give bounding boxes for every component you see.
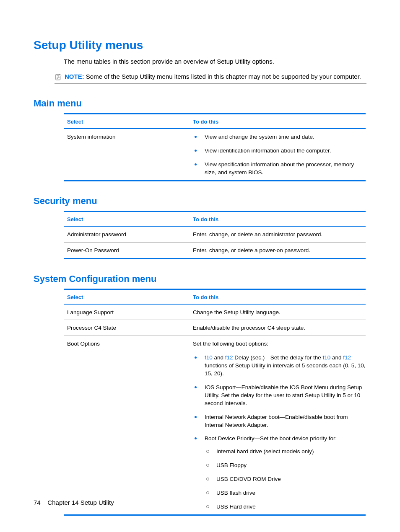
- table-header-select: Select: [64, 216, 193, 222]
- text-frag: and: [330, 354, 343, 361]
- list-item: View identification information about th…: [193, 147, 366, 155]
- cell-select: Power-On Password: [64, 247, 193, 255]
- page-title: Setup Utility menus: [34, 39, 366, 52]
- security-menu-table: Select To do this Administrator password…: [64, 211, 366, 259]
- page-footer: 74 Chapter 14 Setup Utility: [34, 499, 114, 506]
- sysconf-menu-table: Select To do this Language Support Chang…: [64, 289, 366, 516]
- note-icon: [55, 73, 62, 81]
- table-row: Administrator password Enter, change, or…: [64, 227, 366, 242]
- table-header-select: Select: [64, 294, 193, 300]
- cell-todo: Enter, change, or delete an administrato…: [193, 231, 366, 239]
- sub-list-item: USB CD/DVD ROM Drive: [205, 475, 366, 483]
- cell-select: Processor C4 State: [64, 324, 193, 332]
- cell-select: Boot Options: [64, 340, 193, 511]
- text-frag: functions of Setup Utility in intervals …: [205, 362, 365, 377]
- sub-list-item: USB Hard drive: [205, 503, 366, 511]
- list-item: IOS Support—Enable/disable the IOS Boot …: [193, 384, 366, 408]
- cell-todo: Enable/disable the processor C4 sleep st…: [193, 324, 366, 332]
- table-header-todo: To do this: [193, 294, 366, 300]
- fkey-f10: f10: [205, 354, 213, 361]
- cell-select: System information: [64, 133, 193, 177]
- table-row: Boot Options Set the following boot opti…: [64, 336, 366, 514]
- fkey-f12: f12: [225, 354, 233, 361]
- note-block: NOTE: Some of the Setup Utility menu ite…: [55, 72, 366, 84]
- fkey-f10: f10: [322, 354, 330, 361]
- cell-todo: Enter, change, or delete a power-on pass…: [193, 247, 366, 255]
- table-header-todo: To do this: [193, 216, 366, 222]
- main-menu-table: Select To do this System information Vie…: [64, 113, 366, 181]
- note-label: NOTE:: [65, 73, 84, 80]
- cell-select: Administrator password: [64, 231, 193, 239]
- list-item: View specification information about the…: [193, 161, 366, 177]
- intro-text: The menu tables in this section provide …: [64, 58, 366, 65]
- text-frag: Boot Device Priority—Set the boot device…: [205, 435, 337, 442]
- main-menu-heading: Main menu: [34, 98, 366, 109]
- page-number: 74: [34, 499, 41, 506]
- table-row: System information View and change the s…: [64, 129, 366, 180]
- chapter-label: Chapter 14 Setup Utility: [47, 499, 114, 506]
- fkey-f12: f12: [343, 354, 351, 361]
- cell-select: Language Support: [64, 309, 193, 317]
- sub-list-item: Internal hard drive (select models only): [205, 448, 366, 456]
- list-item: f10 and f12 Delay (sec.)—Set the delay f…: [193, 354, 366, 378]
- table-row: Language Support Change the Setup Utilit…: [64, 305, 366, 320]
- list-item: Internal Network Adapter boot—Enable/dis…: [193, 413, 366, 429]
- table-row: Power-On Password Enter, change, or dele…: [64, 242, 366, 258]
- cell-todo: Change the Setup Utility language.: [193, 309, 366, 317]
- sub-list-item: USB flash drive: [205, 489, 366, 497]
- sub-list-item: USB Floppy: [205, 462, 366, 470]
- sysconf-menu-heading: System Configuration menu: [34, 274, 366, 284]
- table-row: Processor C4 State Enable/disable the pr…: [64, 320, 366, 336]
- boot-lead: Set the following boot options:: [193, 340, 366, 348]
- text-frag: Delay (sec.)—Set the delay for the: [233, 354, 323, 361]
- text-frag: and: [213, 354, 225, 361]
- note-body: Some of the Setup Utility menu items lis…: [86, 73, 361, 80]
- security-menu-heading: Security menu: [34, 196, 366, 207]
- list-item: Boot Device Priority—Set the boot device…: [193, 435, 366, 511]
- table-header-select: Select: [64, 119, 193, 125]
- list-item: View and change the system time and date…: [193, 133, 366, 141]
- table-header-todo: To do this: [193, 119, 366, 125]
